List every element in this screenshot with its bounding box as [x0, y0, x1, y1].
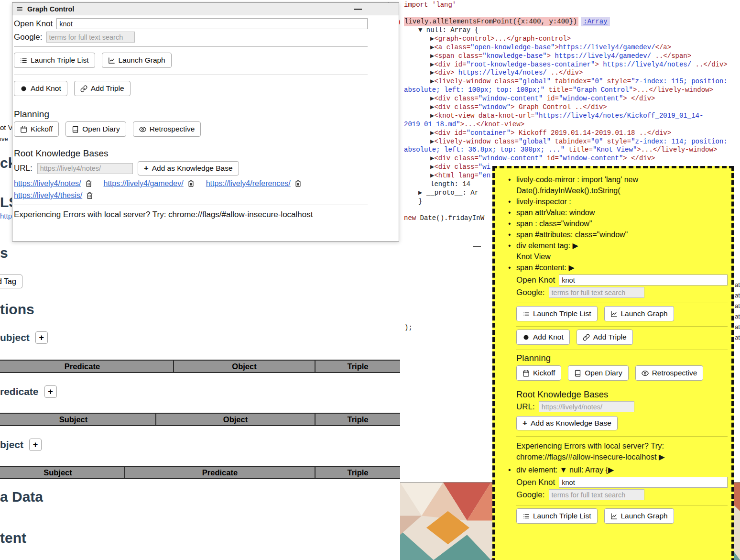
list-icon	[20, 57, 27, 64]
knowledge-base-link[interactable]: https://lively4/references/	[206, 178, 291, 189]
link-icon	[80, 85, 87, 92]
launch-graph-button[interactable]: Launch Graph	[604, 508, 674, 524]
local-server-hint: Experiencing Errors with local server? T…	[516, 440, 728, 462]
launch-triple-list-button[interactable]: Launch Triple List	[516, 508, 598, 524]
window-titlebar[interactable]: Graph Control	[12, 3, 399, 15]
add-knot-button[interactable]: Add Knot	[14, 81, 67, 96]
minimize-button[interactable]	[473, 246, 481, 247]
google-search-input[interactable]	[46, 32, 135, 43]
code-line-3[interactable]: lively.allElementsFromPoint({x:400, y:40…	[404, 18, 740, 26]
text-fragment: ive	[0, 135, 8, 143]
inspector-line[interactable]: ▶<div class="window-content" id="window-…	[404, 154, 740, 163]
retrospective-button[interactable]: Retrospective	[133, 121, 201, 137]
add-object-button[interactable]: +	[29, 439, 42, 451]
window-title-fragment: ot V	[0, 123, 13, 132]
knowledge-base-link[interactable]: https://lively4/notes/	[14, 178, 81, 189]
tooltip-item: Date().fridayInWeek().toString(	[516, 185, 728, 196]
add-subject-button[interactable]: +	[35, 331, 48, 344]
inspector-line[interactable]: ▶<div> https://lively4/notes/ ..</div>	[404, 69, 740, 77]
google-search-input[interactable]	[549, 489, 644, 500]
tooltip-item: •lively-inspector :	[516, 196, 728, 207]
inspector-line[interactable]: ▶<div class="window-content" id="window-…	[404, 95, 740, 103]
code-line-1[interactable]: import 'lang'	[404, 1, 740, 10]
add-tag-button[interactable]: d Tag	[0, 275, 22, 288]
list-icon	[522, 513, 530, 520]
type-annotation-link[interactable]: :Array	[581, 17, 609, 26]
add-knot-button[interactable]: Add Knot	[516, 329, 570, 345]
inspector-line[interactable]: 2019_01_18.md">...</knot-view>	[404, 121, 740, 129]
trash-icon[interactable]	[294, 180, 302, 187]
kickoff-button[interactable]: Kickoff	[516, 365, 561, 381]
link-fragment[interactable]: http	[0, 212, 12, 220]
open-knot-input[interactable]	[559, 477, 728, 488]
inspector-line[interactable]: ▶<span class="knowledge-base"> https://l…	[404, 52, 740, 61]
inspector-line[interactable]: ▶<graph-control>...</graph-control>	[404, 35, 740, 44]
inspector-line[interactable]: ▶<div id="root-knowledge-bases-container…	[404, 61, 740, 69]
clipped-text-fragment: at	[735, 302, 740, 309]
hamburger-icon[interactable]	[16, 6, 23, 12]
inspector-line[interactable]: absolute; left: 100px; top: 100px;" titl…	[404, 86, 740, 95]
table-header-cell: Object	[156, 413, 315, 426]
open-knot-label: Open Knot	[516, 275, 555, 285]
inspector-line[interactable]: ▶<knot-view data-knot-url="https://livel…	[404, 112, 740, 121]
separator	[14, 205, 368, 205]
inspector-line[interactable]: ▼ null: Array {	[404, 26, 740, 35]
chart-icon	[108, 57, 115, 64]
minimize-button[interactable]	[354, 9, 362, 10]
graph-control-window[interactable]: Graph Control Open Knot Google: Launch T…	[12, 2, 399, 242]
add-triple-button[interactable]: Add Triple	[74, 81, 131, 96]
google-search-input[interactable]	[549, 287, 644, 298]
url-input[interactable]	[539, 401, 634, 412]
launch-graph-button[interactable]: Launch Graph	[604, 306, 674, 321]
minimize-icon	[354, 9, 362, 10]
circle-icon	[522, 334, 530, 341]
launch-triple-list-button[interactable]: Launch Triple List	[516, 306, 598, 321]
relations-table-1: Predicate Object Triple	[0, 360, 401, 373]
inspector-line[interactable]: absolute; left: 36.8px; top: 300px; ..."…	[404, 146, 740, 154]
url-input[interactable]	[37, 163, 133, 174]
inspector-line[interactable]: ▶<lively-window class="global" tabindex=…	[404, 138, 740, 146]
add-predicate-button[interactable]: +	[44, 385, 57, 398]
chart-icon	[610, 513, 618, 520]
knowledge-base-link[interactable]: https://lively4/gamedev/	[104, 178, 184, 189]
inspector-line[interactable]: ▶<div id="container"> Kickoff 2019.01.14…	[404, 129, 740, 138]
bullet: •	[508, 174, 511, 185]
table-header-cell: Subject	[0, 466, 125, 479]
minimize-icon	[473, 246, 481, 247]
launch-graph-button[interactable]: Launch Graph	[102, 53, 172, 68]
open-diary-button[interactable]: Open Diary	[65, 121, 126, 137]
calendar-icon	[522, 370, 530, 377]
tooltip-item: •span #content: ▶	[516, 262, 728, 273]
tooltip-item: •span attrValue: window	[516, 207, 728, 218]
expand-arrow-icon[interactable]: ▶	[659, 452, 665, 461]
eye-icon	[642, 370, 649, 377]
link-icon	[583, 334, 590, 341]
add-knowledge-base-button[interactable]: + Add as Knowledge Base	[516, 416, 618, 430]
trash-icon[interactable]	[187, 180, 195, 187]
trash-icon[interactable]	[85, 180, 92, 187]
knowledge-base-item: https://lively4/gamedev/	[104, 178, 195, 189]
launch-triple-list-button[interactable]: Launch Triple List	[14, 53, 95, 68]
table-header-cell: Predicate	[125, 466, 315, 479]
code-fragment: );	[404, 324, 413, 331]
kickoff-button[interactable]: Kickoff	[14, 121, 59, 137]
planning-heading: Planning	[516, 353, 728, 363]
add-knowledge-base-button[interactable]: + Add as Knowledge Base	[138, 161, 239, 176]
url-label: URL:	[14, 164, 33, 173]
table-header-cell: Triple	[315, 466, 401, 479]
open-knot-input[interactable]	[56, 18, 368, 29]
add-triple-button[interactable]: Add Triple	[577, 329, 633, 345]
open-diary-button[interactable]: Open Diary	[568, 365, 628, 381]
open-knot-input[interactable]	[559, 275, 728, 285]
inspector-line[interactable]: ▶<lively-window class="global" tabindex=…	[404, 77, 740, 86]
table-header-cell: Triple	[315, 360, 401, 373]
plus-icon: +	[144, 164, 149, 173]
trash-icon[interactable]	[86, 192, 93, 199]
inspector-line[interactable]: ▶<div class="window"> Graph Control ..</…	[404, 103, 740, 112]
url-label: URL:	[516, 402, 535, 412]
bullet: •	[508, 229, 511, 240]
knowledge-base-link[interactable]: https://lively4/thesis/	[14, 190, 82, 201]
inspector-line[interactable]: ▶<a class="open-knowledge-base">https://…	[404, 44, 740, 52]
retrospective-button[interactable]: Retrospective	[635, 365, 704, 381]
planning-heading: Planning	[14, 109, 368, 120]
